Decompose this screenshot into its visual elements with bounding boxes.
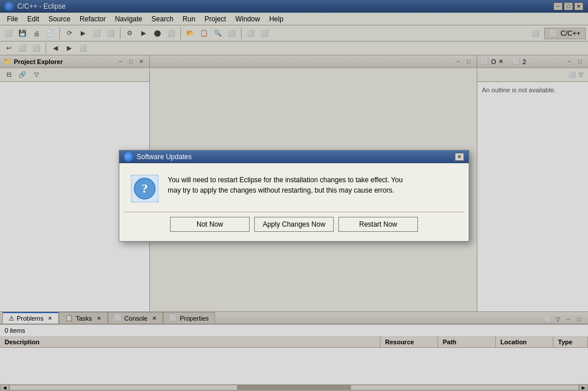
software-updates-dialog: Software Updates ✕ ? You will need to re… [119,150,469,242]
restart-now-button[interactable]: Restart Now [338,217,418,232]
question-icon: ? [131,175,159,202]
dialog-title-text: Software Updates [137,153,191,161]
dialog-body: ? You will need to restart Eclipse for t… [119,163,469,212]
dialog-title-area: Software Updates [124,152,191,161]
apply-changes-button[interactable]: Apply Changes Now [254,217,334,232]
dialog-close-button[interactable]: ✕ [455,153,464,161]
dialog-title-bar: Software Updates ✕ [119,151,469,163]
svg-text:?: ? [142,181,148,196]
dialog-message-line2: may try to apply the changes without res… [168,186,394,194]
not-now-button[interactable]: Not Now [170,217,250,232]
dialog-eclipse-icon [124,152,133,161]
dialog-message: You will need to restart Eclipse for the… [168,175,457,196]
dialog-buttons: Not Now Apply Changes Now Restart Now [119,212,469,241]
modal-overlay: Software Updates ✕ ? You will need to re… [0,0,588,391]
dialog-message-line1: You will need to restart Eclipse for the… [168,176,403,184]
